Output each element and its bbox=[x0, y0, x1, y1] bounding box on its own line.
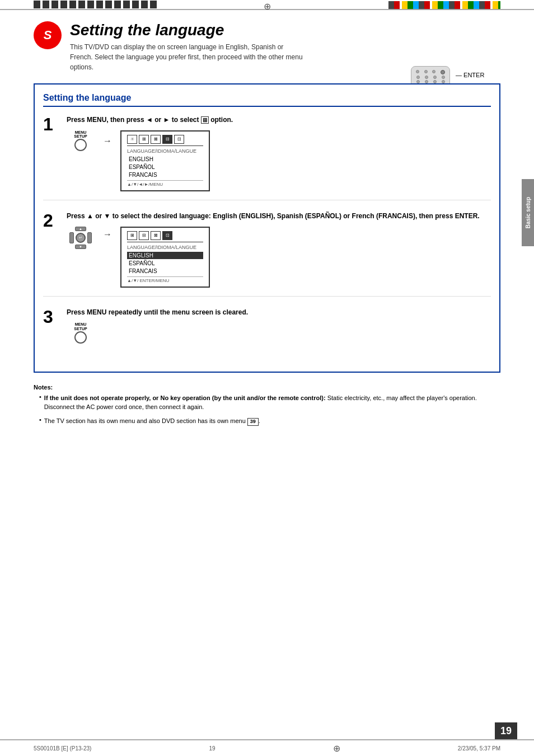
top-bar-pattern-left bbox=[34, 1, 157, 8]
step-1: 1 Press MENU, then press ◄ or ► to selec… bbox=[43, 115, 491, 200]
instruction-box-title: Setting the language bbox=[43, 93, 491, 107]
step-3-remote-menu: MENUSETUP bbox=[67, 322, 95, 343]
page-description: This TV/DVD can display the on screen la… bbox=[70, 42, 305, 72]
title-icon: S bbox=[34, 21, 62, 49]
step-1-instruction: Press MENU, then press ◄ or ► to select … bbox=[67, 115, 491, 125]
footer-mid: 19 bbox=[209, 745, 216, 752]
step-2-content: Press ▲ or ▼ to select the desired langu… bbox=[67, 212, 491, 288]
step-2-number: 2 bbox=[43, 212, 60, 229]
step-1-number: 1 bbox=[43, 115, 60, 133]
step-2-screen: ⊞ ⊟ ⊠ ⊡ LANGUAGE/IDIOMA/LANGUE ENGLISH E… bbox=[120, 227, 210, 288]
footer-right: 2/23/05, 5:37 PM bbox=[458, 745, 500, 752]
footer-left: 5S00101B [E] (P13-23) bbox=[34, 745, 91, 752]
crosshair-bottom: ⊕ bbox=[333, 743, 340, 754]
notes-item-2: • The TV section has its own menu and al… bbox=[34, 416, 500, 426]
step-3-visual: MENUSETUP bbox=[67, 322, 491, 343]
page-title: Setting the language bbox=[70, 21, 500, 39]
page-ref-39: 39 bbox=[247, 418, 259, 426]
bottom-bar: 5S00101B [E] (P13-23) 19 ⊕ 2/23/05, 5:37… bbox=[0, 739, 534, 756]
step-2-visual: ▲ ↵ ▼ bbox=[67, 227, 491, 288]
notes-title: Notes: bbox=[34, 384, 500, 391]
top-bar-pattern-right bbox=[388, 1, 500, 9]
step-3-number: 3 bbox=[43, 308, 60, 326]
title-content: Setting the language This TV/DVD can dis… bbox=[70, 21, 500, 72]
page-title-area: S Setting the language This TV/DVD can d… bbox=[34, 21, 500, 72]
step-2-instruction: Press ▲ or ▼ to select the desired langu… bbox=[67, 212, 491, 221]
step-1-remote-menu: MENUSETUP bbox=[67, 130, 95, 151]
notes-item-1-bold: If the unit does not operate properly, o… bbox=[44, 395, 326, 401]
step-1-screen: ☀ ⊞ ⊠ ⊟ ⊡ LANGUAGE/IDIOMA/LANGUE ENGLISH… bbox=[120, 130, 210, 191]
step-1-visual: MENUSETUP → ☀ ⊞ ⊠ ⊟ ⊡ bbox=[67, 130, 491, 191]
instruction-box: Setting the language 1 Press MENU, then … bbox=[34, 83, 500, 373]
step-1-content: Press MENU, then press ◄ or ► to select … bbox=[67, 115, 491, 191]
top-border: ⊕ bbox=[0, 0, 534, 10]
step-3-content: Press MENU repeatedly until the menu scr… bbox=[67, 308, 491, 344]
notes-item-2-text: The TV section has its own menu and also… bbox=[44, 417, 247, 424]
page-number: 19 bbox=[495, 722, 517, 739]
step-3-instruction: Press MENU repeatedly until the menu scr… bbox=[67, 308, 491, 317]
step-2: 2 Press ▲ or ▼ to select the desired lan… bbox=[43, 212, 491, 297]
step-2-remote-nav: ▲ ↵ ▼ bbox=[67, 227, 95, 249]
notes-item-1: • If the unit does not operate properly,… bbox=[34, 393, 500, 412]
step-3: 3 Press MENU repeatedly until the menu s… bbox=[43, 308, 491, 352]
main-content: S Setting the language This TV/DVD can d… bbox=[0, 10, 534, 453]
notes-section: Notes: • If the unit does not operate pr… bbox=[34, 384, 500, 426]
